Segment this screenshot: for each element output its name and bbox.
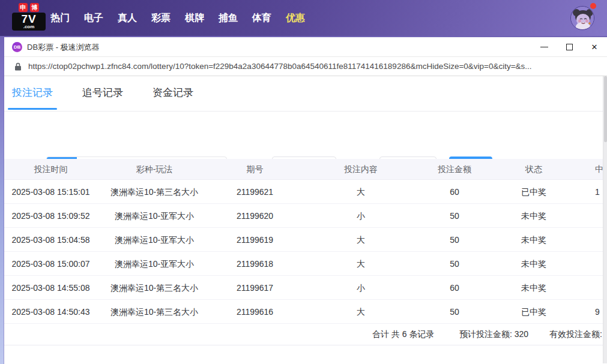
cell-status: 已中奖 xyxy=(486,180,582,203)
header-issue: 期号 xyxy=(211,159,298,179)
avatar-image xyxy=(570,6,594,30)
window-titlebar[interactable]: DB DB彩票 - 极速浏览器 ✕ xyxy=(4,37,607,57)
page-content: 投注记录 追号记录 资金记录 查询时间 : 今天 昨天 前天 近7天 近20天(… xyxy=(4,76,607,363)
cell-bet-time: 2025-03-08 15:15:01 xyxy=(4,180,97,203)
nav-item-lottery[interactable]: 彩票 xyxy=(151,12,171,25)
table-summary: 合计 共 6 条记录 预计投注金额: 320 有效投注金额: xyxy=(4,324,603,345)
logo-main: 7V .com xyxy=(12,13,46,31)
site-topbar: 申 博 7V .com 热门 电子 真人 彩票 棋牌 捕鱼 体育 优惠 xyxy=(0,0,607,36)
tab-bet-records[interactable]: 投注记录 xyxy=(11,76,54,112)
cell-status: 未中奖 xyxy=(486,204,582,227)
close-button[interactable]: ✕ xyxy=(582,37,607,57)
cell-bet-content: 大 xyxy=(298,180,423,203)
logo-badges: 申 博 xyxy=(12,3,46,12)
logo-brand: 7V xyxy=(14,13,44,25)
cell-bet-content: 大 xyxy=(298,300,423,323)
tab-chase-records[interactable]: 追号记录 xyxy=(81,76,124,112)
minimize-button[interactable] xyxy=(531,37,557,57)
nav-item-promo[interactable]: 优惠 xyxy=(286,12,305,25)
lock-icon xyxy=(14,62,22,73)
nav-item-sports[interactable]: 体育 xyxy=(252,12,271,25)
cell-game-play: 澳洲幸运10-亚军大小 xyxy=(97,228,211,251)
header-bet-amount: 投注金额 xyxy=(423,159,486,179)
screen: 申 博 7V .com 热门 电子 真人 彩票 棋牌 捕鱼 体育 优惠 xyxy=(0,0,607,364)
vertical-scrollbar[interactable] xyxy=(603,76,607,363)
avatar-cartoon-icon xyxy=(571,7,594,30)
cell-bet-amount: 50 xyxy=(423,228,486,251)
header-bet-content: 投注内容 xyxy=(298,159,423,179)
summary-expected-amount: 预计投注金额: 320 xyxy=(459,324,528,345)
cell-bet-content: 小 xyxy=(298,276,423,299)
cell-bet-content: 小 xyxy=(298,204,423,227)
cell-game-play: 澳洲幸运10-第三名大小 xyxy=(97,180,211,203)
cell-issue: 21199617 xyxy=(211,276,298,299)
maximize-button[interactable] xyxy=(557,37,582,57)
cell-status: 未中奖 xyxy=(486,276,582,299)
cell-bet-time: 2025-03-08 15:09:52 xyxy=(4,204,97,227)
table-header-row: 投注时间 彩种-玩法 期号 投注内容 投注金额 状态 中奖金额 xyxy=(4,159,607,180)
cell-bet-amount: 60 xyxy=(423,180,486,203)
cell-issue: 21199616 xyxy=(211,300,298,323)
cell-status: 未中奖 xyxy=(486,252,582,275)
cell-bet-time: 2025-03-08 15:00:07 xyxy=(4,252,97,275)
record-tabs: 投注记录 追号记录 资金记录 xyxy=(4,76,603,112)
filter-bar: 查询时间 : 今天 昨天 前天 近7天 近20天(低频) 彩种 : 澳洲幸运10… xyxy=(4,112,603,159)
browser-urlbar: https://ctop02pchwp1.zfnc84.com/lottery/… xyxy=(4,57,607,76)
bet-records-table: 投注时间 彩种-玩法 期号 投注内容 投注金额 状态 中奖金额 2025-03-… xyxy=(4,159,607,324)
tab-fund-records[interactable]: 资金记录 xyxy=(151,76,195,112)
browser-window: DB DB彩票 - 极速浏览器 ✕ https://ctop02pchwp1.z… xyxy=(4,37,607,364)
table-row: 2025-03-08 15:15:01 澳洲幸运10-第三名大小 2119962… xyxy=(4,180,607,204)
browser-favicon: DB xyxy=(12,42,22,52)
address-input[interactable]: https://ctop02pchwp1.zfnc84.com/lottery/… xyxy=(28,57,603,76)
table-row: 2025-03-08 15:00:07 澳洲幸运10-亚军大小 21199618… xyxy=(4,252,607,276)
nav-item-chess[interactable]: 棋牌 xyxy=(185,12,204,25)
cell-bet-amount: 50 xyxy=(423,204,486,227)
window-title: DB彩票 - 极速浏览器 xyxy=(27,37,100,57)
cell-game-play: 澳洲幸运10-第三名大小 xyxy=(97,276,211,299)
logo-suffix: .com xyxy=(14,25,44,29)
nav-item-hot[interactable]: 热门 xyxy=(50,12,70,25)
cell-bet-content: 大 xyxy=(298,228,423,251)
cell-status: 未中奖 xyxy=(486,228,582,251)
site-nav: 热门 电子 真人 彩票 棋牌 捕鱼 体育 优惠 xyxy=(50,0,305,36)
close-icon: ✕ xyxy=(591,43,598,52)
cell-bet-time: 2025-03-08 14:50:43 xyxy=(4,300,97,323)
header-bet-time: 投注时间 xyxy=(4,159,97,179)
cell-bet-time: 2025-03-08 15:04:58 xyxy=(4,228,97,251)
summary-total-count: 合计 共 6 条记录 xyxy=(372,324,434,345)
notification-dot xyxy=(590,3,596,9)
cell-bet-amount: 60 xyxy=(423,276,486,299)
table-row: 2025-03-08 14:55:08 澳洲幸运10-第三名大小 2119961… xyxy=(4,276,607,300)
site-logo[interactable]: 申 博 7V .com xyxy=(12,3,46,31)
scrollbar-thumb[interactable] xyxy=(604,76,607,142)
header-status: 状态 xyxy=(486,159,582,179)
cell-issue: 21199621 xyxy=(211,180,298,203)
nav-item-slots[interactable]: 电子 xyxy=(84,12,103,25)
window-controls: ✕ xyxy=(531,37,607,57)
cell-issue: 21199619 xyxy=(211,228,298,251)
nav-item-fishing[interactable]: 捕鱼 xyxy=(219,12,238,25)
user-avatar[interactable] xyxy=(570,6,594,30)
cell-bet-amount: 50 xyxy=(423,252,486,275)
cell-bet-content: 大 xyxy=(298,252,423,275)
nav-item-live[interactable]: 真人 xyxy=(118,12,137,25)
summary-valid-amount: 有效投注金额: xyxy=(549,324,602,345)
cell-game-play: 澳洲幸运10-第三名大小 xyxy=(97,300,211,323)
table-row: 2025-03-08 15:04:58 澳洲幸运10-亚军大小 21199619… xyxy=(4,228,607,252)
header-game-play: 彩种-玩法 xyxy=(97,159,211,179)
table-row: 2025-03-08 14:50:43 澳洲幸运10-第三名大小 2119961… xyxy=(4,300,607,324)
cell-game-play: 澳洲幸运10-亚军大小 xyxy=(97,252,211,275)
maximize-icon xyxy=(566,44,573,50)
cell-status: 已中奖 xyxy=(486,300,582,323)
cell-issue: 21199618 xyxy=(211,252,298,275)
logo-badge-1: 申 xyxy=(19,3,28,12)
minimize-icon xyxy=(540,47,548,47)
cell-bet-time: 2025-03-08 14:55:08 xyxy=(4,276,97,299)
cell-issue: 21199620 xyxy=(211,204,298,227)
cell-bet-amount: 50 xyxy=(423,300,486,323)
table-row: 2025-03-08 15:09:52 澳洲幸运10-亚军大小 21199620… xyxy=(4,204,607,228)
logo-badge-2: 博 xyxy=(30,3,39,12)
cell-game-play: 澳洲幸运10-亚军大小 xyxy=(97,204,211,227)
